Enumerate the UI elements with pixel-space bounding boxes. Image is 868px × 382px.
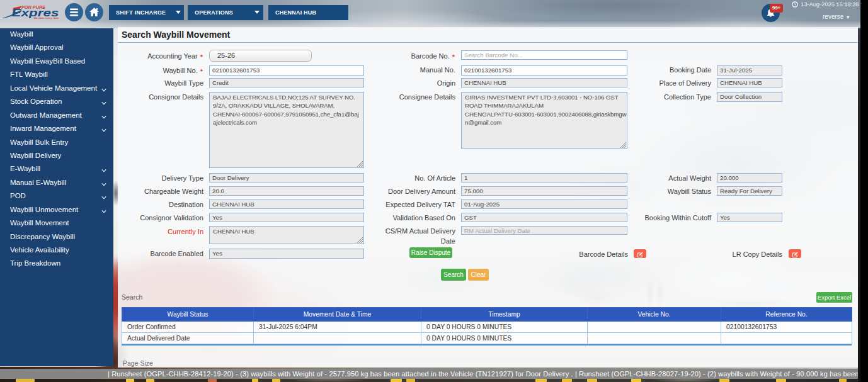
svg-text:On time every time: On time every time xyxy=(33,16,59,20)
